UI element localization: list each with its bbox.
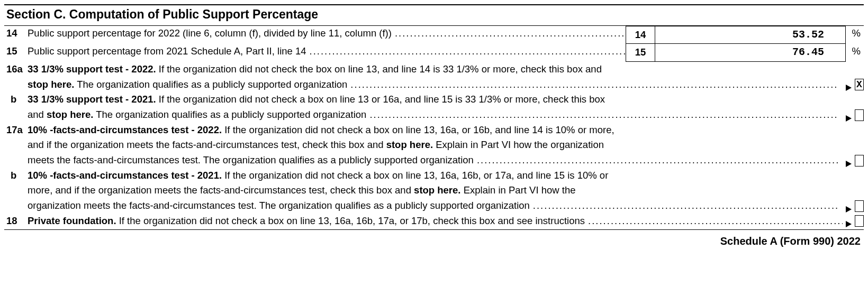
line-15-text: Public support percentage from 2021 Sche… [28, 44, 626, 62]
line-16b: b 33 1/3% support test - 2021. If the or… [4, 92, 864, 122]
arrow-icon [846, 85, 852, 91]
checkbox-17a[interactable] [855, 155, 864, 166]
line-16a-text: 33 1/3% support test - 2022. If the orga… [28, 62, 843, 92]
line-17a: 17a 10% -facts-and-circumstances test - … [4, 123, 864, 168]
line-18-num: 18 [4, 214, 28, 229]
line-17b: b 10% -facts-and-circumstances test - 20… [4, 168, 864, 214]
arrow-icon [846, 206, 852, 212]
line-15: 15 Public support percentage from 2021 S… [4, 44, 864, 62]
line-17a-text: 10% -facts-and-circumstances test - 2022… [28, 123, 843, 168]
line-14-text: Public support percentage for 2022 (line… [28, 26, 626, 44]
line-15-value: 76.45 [655, 44, 846, 62]
arrow-icon [846, 115, 852, 122]
line-18: 18 Private foundation. If the organizati… [4, 214, 864, 230]
line-16b-label: b [11, 94, 16, 105]
line-16a-num: 16a [4, 62, 28, 77]
arrow-icon [846, 161, 852, 167]
checkbox-16a[interactable]: X [855, 79, 864, 90]
line-15-num: 15 [4, 44, 28, 62]
footer: Schedule A (Form 990) 2022 [4, 230, 864, 249]
line-14-value: 53.52 [655, 26, 846, 44]
line-14: 14 Public support percentage for 2022 (l… [4, 26, 864, 44]
checkbox-18[interactable] [855, 215, 864, 227]
line-15-box: 15 [626, 44, 655, 62]
line-14-num: 14 [4, 26, 28, 44]
line-18-text: Private foundation. If the organization … [28, 214, 843, 229]
line-16a: 16a 33 1/3% support test - 2022. If the … [4, 62, 864, 92]
line-17b-text: 10% -facts-and-circumstances test - 2021… [28, 168, 843, 214]
line-15-pct: % [846, 44, 864, 62]
arrow-icon [846, 221, 852, 227]
line-14-box: 14 [626, 26, 655, 44]
checkbox-16b[interactable] [855, 109, 864, 121]
line-17b-label: b [11, 170, 16, 181]
line-16b-text: 33 1/3% support test - 2021. If the orga… [28, 92, 843, 122]
line-17a-num: 17a [4, 123, 28, 138]
checkbox-17b[interactable] [855, 200, 864, 212]
section-header: Section C. Computation of Public Support… [4, 4, 864, 26]
line-14-pct: % [846, 26, 864, 44]
